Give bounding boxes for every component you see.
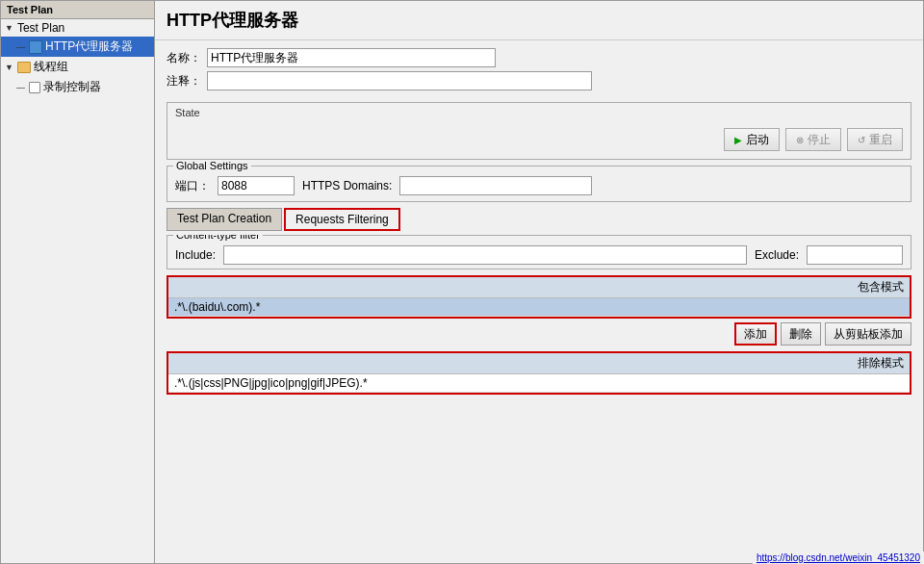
include-label: Include:: [175, 248, 216, 262]
include-pattern-cell: .*\.(baidu\.com).*: [168, 298, 910, 317]
restart-button[interactable]: ↺ 重启: [847, 128, 903, 151]
https-input[interactable]: [399, 176, 592, 195]
form-area: 名称： 注释：: [155, 40, 923, 102]
tab-test-plan-creation-label: Test Plan Creation: [177, 212, 271, 225]
dash-icon: —: [16, 42, 25, 52]
start-button[interactable]: ▶ 启动: [724, 128, 780, 151]
exclude-pattern-box: 排除模式 .*\.(js|css|PNG|jpg|ico|png|gif|JPE…: [167, 351, 911, 395]
state-buttons: ▶ 启动 ⊗ 停止 ↺ 重启: [175, 124, 903, 155]
sidebar-item-http-proxy[interactable]: — HTTP代理服务器: [1, 37, 154, 57]
app-container: Test Plan ▼ Test Plan — HTTP代理服务器 ▼ 线程组 …: [0, 0, 924, 564]
rec-icon: [29, 82, 40, 93]
tab-content-requests-filtering: Content-type filter Include: Exclude: 包含…: [167, 235, 911, 563]
include-header-label: 包含模式: [858, 280, 904, 294]
http-proxy-label: HTTP代理服务器: [45, 38, 133, 55]
recorder-label: 录制控制器: [43, 79, 101, 95]
state-section: State ▶ 启动 ⊗ 停止 ↺ 重启: [167, 102, 911, 160]
exclude-label: Exclude:: [755, 248, 799, 262]
exclude-pattern-cell: .*\.(js|css|PNG|jpg|ico|png|gif|JPEG).*: [168, 374, 910, 393]
stop-button[interactable]: ⊗ 停止: [785, 128, 841, 151]
tabs-area: Test Plan Creation Requests Filtering: [167, 208, 911, 231]
name-input[interactable]: [207, 48, 496, 67]
https-label: HTTPS Domains:: [302, 179, 392, 192]
include-pattern-box: 包含模式 .*\.(baidu\.com).*: [167, 275, 911, 319]
page-title: HTTP代理服务器: [155, 1, 923, 40]
main-content: HTTP代理服务器 名称： 注释： State ▶ 启动 ⊗: [155, 1, 923, 563]
dash-icon-2: —: [16, 83, 25, 92]
add-button[interactable]: 添加: [734, 322, 777, 346]
exclude-pattern-section: 排除模式 .*\.(js|css|PNG|jpg|ico|png|gif|JPE…: [167, 351, 911, 395]
sidebar: Test Plan ▼ Test Plan — HTTP代理服务器 ▼ 线程组 …: [1, 1, 155, 563]
exclude-pattern-table: .*\.(js|css|PNG|jpg|ico|png|gif|JPEG).*: [168, 374, 910, 393]
restart-label: 重启: [869, 132, 892, 148]
comment-input[interactable]: [207, 71, 592, 90]
url-bar[interactable]: https://blog.csdn.net/weixin_45451320: [753, 551, 924, 564]
global-settings-row: 端口： HTTPS Domains:: [175, 176, 903, 195]
table-row[interactable]: .*\.(baidu\.com).*: [168, 298, 910, 317]
delete-button[interactable]: 删除: [781, 322, 821, 346]
exclude-header-label: 排除模式: [858, 356, 904, 370]
play-icon: ▶: [734, 135, 742, 145]
global-settings-legend: Global Settings: [173, 160, 251, 171]
include-pattern-table: .*\.(baidu\.com).*: [168, 298, 910, 317]
expand-icon-2: ▼: [5, 63, 13, 72]
name-row: 名称：: [167, 48, 911, 67]
content-type-filter: Content-type filter Include: Exclude:: [167, 235, 911, 269]
content-type-legend: Content-type filter: [173, 235, 263, 241]
exclude-input[interactable]: [807, 245, 903, 265]
sidebar-item-recorder[interactable]: — 录制控制器: [1, 77, 154, 97]
table-row[interactable]: .*\.(js|css|PNG|jpg|ico|png|gif|JPEG).*: [168, 374, 910, 393]
restart-icon: ↺: [858, 135, 865, 145]
expand-icon: ▼: [5, 23, 13, 33]
comment-label: 注释：: [167, 73, 201, 90]
sidebar-item-test-plan[interactable]: ▼ Test Plan: [1, 19, 154, 37]
global-settings: Global Settings 端口： HTTPS Domains:: [167, 166, 911, 202]
tab-test-plan-creation[interactable]: Test Plan Creation: [167, 208, 282, 231]
exclude-pattern-header: 排除模式: [168, 353, 910, 374]
include-pattern-header: 包含模式: [168, 277, 910, 298]
tabs: Test Plan Creation Requests Filtering: [167, 208, 911, 231]
action-buttons: 添加 删除 从剪贴板添加: [167, 322, 911, 346]
include-pattern-section: 包含模式 .*\.(baidu\.com).* 添加 删除 从剪贴板添加: [167, 275, 911, 346]
state-label: State: [175, 107, 903, 118]
tab-requests-filtering[interactable]: Requests Filtering: [284, 208, 400, 231]
include-input[interactable]: [223, 245, 747, 265]
thread-group-label: 线程组: [34, 59, 68, 75]
sidebar-item-thread-group[interactable]: ▼ 线程组: [1, 57, 154, 77]
paste-button[interactable]: 从剪贴板添加: [825, 322, 911, 346]
sidebar-title: Test Plan: [1, 1, 154, 19]
name-label: 名称：: [167, 50, 201, 66]
start-label: 启动: [746, 132, 769, 148]
server-icon: [29, 40, 42, 54]
stop-label: 停止: [808, 132, 831, 148]
port-label: 端口：: [175, 178, 210, 194]
folder-icon: [17, 62, 31, 73]
tab-requests-filtering-label: Requests Filtering: [295, 213, 389, 226]
comment-row: 注释：: [167, 71, 911, 90]
filter-row: Include: Exclude:: [175, 245, 903, 265]
stop-icon: ⊗: [796, 135, 804, 145]
test-plan-label: Test Plan: [17, 21, 64, 35]
port-input[interactable]: [218, 176, 295, 195]
